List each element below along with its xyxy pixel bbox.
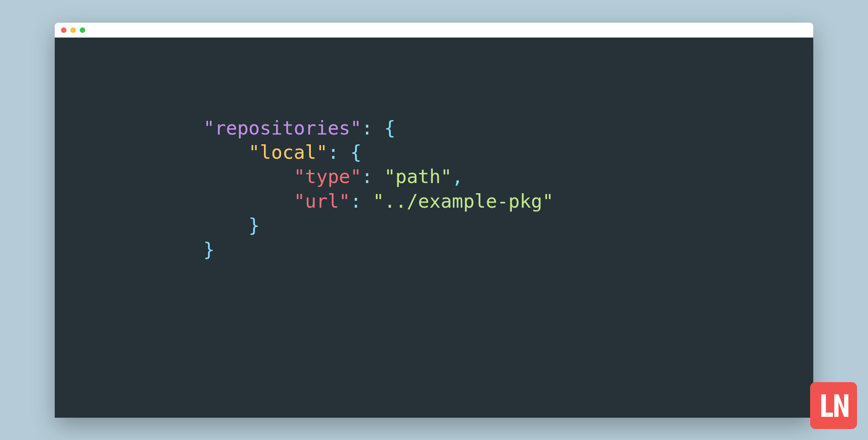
editor-window: "repositories": { "local": { "type": "pa… [55,23,813,418]
json-string-value: "../example-pkg" [373,190,553,212]
json-key: "type" [294,165,361,187]
zoom-icon[interactable] [80,27,85,33]
code-line-6: } [203,237,813,262]
indent [203,214,249,236]
json-key: "repositories" [203,117,362,139]
code-line-2: "local": { [203,140,813,164]
json-colon: : [328,141,350,163]
code-line-3: "type": "path", [203,164,813,189]
json-key: "url" [294,190,350,212]
indent [203,165,294,187]
json-brace-close: } [203,239,215,260]
json-brace-open: { [384,117,395,139]
code-line-5: } [203,213,813,237]
json-string-value: "path" [384,165,452,187]
json-colon: : [362,165,384,187]
code-editor: "repositories": { "local": { "type": "pa… [55,38,813,262]
json-key: "local" [249,141,328,163]
logo-badge [810,382,857,429]
close-icon[interactable] [61,27,66,33]
json-comma: , [452,165,463,187]
json-brace-close: } [249,214,260,236]
json-colon: : [350,190,373,212]
indent [203,190,294,212]
window-titlebar [55,23,813,38]
code-line-4: "url": "../example-pkg" [203,189,813,213]
json-brace-open: { [350,141,362,163]
logo-icon [816,388,851,423]
json-colon: : [362,117,384,139]
indent [203,141,249,163]
minimize-icon[interactable] [70,27,76,33]
code-line-1: "repositories": { [203,116,813,140]
